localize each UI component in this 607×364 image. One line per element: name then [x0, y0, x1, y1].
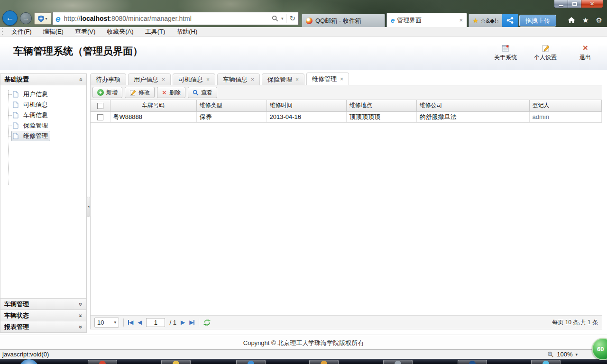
panel-title: 基础设置: [4, 75, 29, 84]
tab-vehicle-info[interactable]: 车辆信息×: [217, 73, 260, 85]
taskbar-app[interactable]: [383, 360, 413, 364]
tab-maintenance[interactable]: 维修管理×: [306, 73, 349, 85]
browser-nav-row: ← → ▾ e http://localhost:8080/minicar/ma…: [0, 9, 607, 27]
add-icon: +: [97, 89, 104, 96]
minimize-button[interactable]: [554, 0, 568, 8]
personal-settings-button[interactable]: 个人设置: [531, 44, 560, 62]
cell-maint-type: 保养: [196, 111, 267, 122]
tree-label: 维修管理: [23, 132, 48, 140]
expand-icon[interactable]: »: [78, 302, 84, 306]
zoom-magnifier-icon[interactable]: [547, 351, 554, 358]
search-icon[interactable]: [272, 15, 278, 22]
home-icon[interactable]: [568, 17, 575, 24]
col-maint-time[interactable]: 维修时间: [267, 100, 346, 111]
collapse-icon[interactable]: »: [78, 78, 84, 81]
forward-button[interactable]: →: [20, 12, 32, 24]
sidebar-item-maintenance[interactable]: 维修管理: [0, 131, 86, 141]
gear-icon[interactable]: ⚙: [596, 17, 602, 24]
menu-tools[interactable]: 工具(T): [139, 27, 171, 36]
col-maint-type[interactable]: 维修类型: [196, 100, 267, 111]
refresh-icon[interactable]: ↻: [289, 14, 295, 23]
sidebar-item-driver-info[interactable]: 司机信息: [0, 100, 86, 110]
tab-insurance[interactable]: 保险管理×: [262, 73, 304, 85]
tab-todo[interactable]: 待办事项: [90, 73, 126, 85]
about-system-button[interactable]: 关于系统: [491, 44, 520, 62]
taskbar-app[interactable]: [531, 360, 561, 364]
col-registrar[interactable]: 登记人: [529, 100, 602, 111]
start-orb-icon[interactable]: [19, 359, 39, 364]
taskbar-app[interactable]: [88, 360, 117, 364]
menu-edit[interactable]: 编辑(E): [37, 27, 69, 36]
sidebar-item-vehicle-info[interactable]: 车辆信息: [0, 110, 86, 120]
col-maint-company[interactable]: 维修公司: [416, 100, 529, 111]
refresh-grid-icon[interactable]: [203, 319, 211, 326]
first-page-button[interactable]: ◀: [128, 319, 133, 326]
zoom-dropdown-icon[interactable]: ▾: [575, 352, 578, 357]
col-maint-place[interactable]: 维修地点: [346, 100, 416, 111]
shield-icon: [38, 15, 44, 22]
close-button[interactable]: ✕: [581, 0, 603, 8]
page-size-select[interactable]: 10 ▾: [94, 318, 119, 328]
splitter-handle[interactable]: ◂: [87, 197, 90, 217]
tree-label: 保险管理: [23, 121, 48, 130]
document-icon: [13, 91, 18, 98]
menu-file[interactable]: 文件(F): [6, 27, 37, 36]
last-page-button[interactable]: ▶: [189, 319, 194, 326]
edit-button[interactable]: 修改: [125, 87, 155, 98]
sidebar-panel-basic-settings[interactable]: 基础设置 »: [0, 74, 86, 85]
prev-page-button[interactable]: ◀: [138, 319, 142, 326]
maximize-button[interactable]: [568, 0, 581, 8]
sidebar-panel-vehicle-status[interactable]: 车辆状态 »: [0, 309, 86, 321]
taskbar-app[interactable]: [458, 360, 487, 364]
ie-icon: e: [391, 17, 395, 24]
taskbar-app[interactable]: [236, 360, 266, 364]
url-text[interactable]: http://localhost:8080/minicar/manager.ht…: [64, 15, 272, 22]
add-button[interactable]: + 新增: [92, 87, 122, 98]
browser-tab-qqmail[interactable]: QQ邮箱 - 收件箱: [302, 14, 385, 27]
next-page-button[interactable]: ▶: [181, 319, 185, 326]
table-row[interactable]: 粤W88888 保养 2013-04-16 顶顶顶顶顶 的舒服撒旦法 admin: [91, 111, 602, 122]
close-tab-icon[interactable]: ×: [340, 76, 343, 82]
screen: ✕ ← → ▾ e http://localhost:8080/minicar/…: [0, 0, 607, 364]
tab-driver-info[interactable]: 司机信息×: [173, 73, 215, 85]
back-button[interactable]: ←: [2, 10, 18, 26]
logout-button[interactable]: ✕ 退出: [571, 44, 599, 62]
splitter[interactable]: ◂: [87, 73, 90, 333]
tree-label: 用户信息: [23, 90, 48, 99]
tab-user-info[interactable]: 用户信息×: [128, 73, 171, 85]
close-tab-icon[interactable]: ×: [206, 76, 210, 83]
favorites-star-icon[interactable]: ★: [582, 17, 589, 24]
taskbar-app[interactable]: [161, 360, 191, 364]
expand-icon[interactable]: »: [78, 325, 84, 328]
address-bar[interactable]: e http://localhost:8080/minicar/manager.…: [52, 12, 299, 25]
browser-tab-other[interactable]: ★ ☆&◆!☆ [: [469, 14, 503, 27]
menu-favorites[interactable]: 收藏夹(A): [101, 27, 139, 36]
menu-view[interactable]: 查看(V): [69, 27, 101, 36]
sidebar-panel-reports[interactable]: 报表管理 »: [0, 321, 86, 332]
sidebar-item-user-info[interactable]: 用户信息: [0, 89, 86, 100]
close-icon: ✕: [589, 0, 594, 7]
sidebar-item-insurance[interactable]: 保险管理: [0, 120, 86, 131]
zoom-level-text[interactable]: 100%: [557, 351, 572, 358]
drag-upload-button[interactable]: 拖拽上传: [519, 15, 556, 27]
expand-icon[interactable]: »: [78, 314, 84, 317]
close-tab-icon[interactable]: ×: [251, 76, 254, 83]
about-system-icon: [491, 44, 520, 52]
view-button[interactable]: 查看: [188, 87, 217, 98]
windows-taskbar[interactable]: [0, 359, 607, 364]
delete-button[interactable]: ✕ 删除: [157, 87, 185, 98]
sidebar-panel-vehicle-mgmt[interactable]: 车辆管理 »: [0, 298, 86, 309]
search-dropdown-icon[interactable]: ▾: [281, 16, 284, 21]
taskbar-app[interactable]: [309, 360, 339, 364]
browser-tab-manager[interactable]: e 管理界面 ×: [386, 13, 467, 27]
row-checkbox[interactable]: [97, 114, 103, 120]
close-tab-icon[interactable]: ×: [455, 17, 463, 24]
site-safety-button[interactable]: ▾: [34, 12, 51, 25]
menu-help[interactable]: 帮助(H): [171, 27, 203, 36]
close-tab-icon[interactable]: ×: [162, 76, 165, 83]
cloud-drive-icon[interactable]: [502, 14, 518, 27]
close-tab-icon[interactable]: ×: [295, 76, 299, 83]
page-number-input[interactable]: [146, 318, 165, 327]
col-plate-number[interactable]: 车牌号码: [110, 100, 196, 111]
select-all-checkbox[interactable]: [97, 103, 103, 109]
